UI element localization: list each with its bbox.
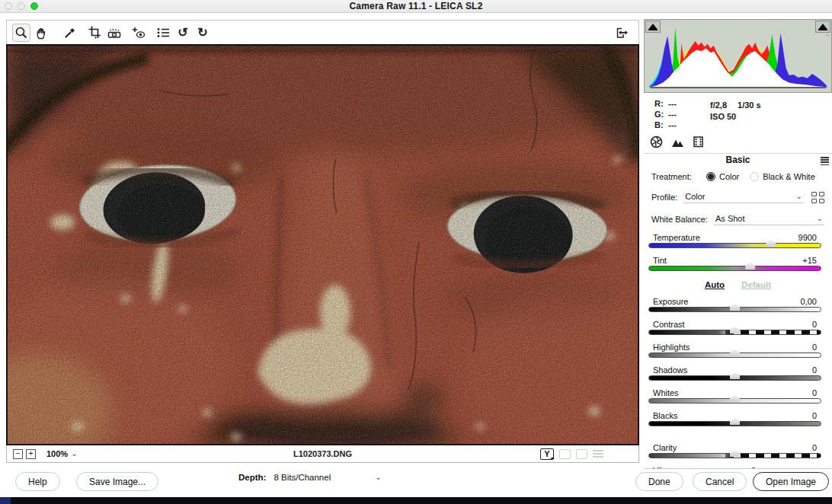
panel-title: Basic [725, 155, 750, 165]
hand-icon [34, 26, 48, 40]
close-window-button[interactable] [5, 2, 12, 10]
slider-value[interactable]: 0 [812, 388, 817, 397]
treatment-color-label: Color [719, 172, 739, 181]
treatment-row: Treatment: Color Black & White [651, 172, 832, 181]
slider-label: Blacks [653, 411, 677, 420]
clarity-slider[interactable] [648, 453, 821, 458]
tint-slider[interactable] [648, 266, 821, 271]
treatment-bw-radio[interactable] [750, 172, 759, 181]
open-image-button[interactable]: Open Image [753, 472, 829, 491]
hand-tool-button[interactable] [32, 24, 50, 42]
default-link: Default [741, 280, 771, 289]
crop-tool-button[interactable] [85, 24, 104, 42]
exposure-slider-row: Exposure0,00 [648, 297, 821, 312]
treatment-bw-label: Black & White [763, 172, 814, 181]
temperature-slider[interactable] [648, 243, 821, 248]
zoom-tool-button[interactable] [12, 24, 30, 42]
chevron-down-icon[interactable]: ⌄ [375, 474, 381, 481]
scroll-up-arrow[interactable]: ⌃ [824, 33, 830, 41]
tint-slider-row: Tint+15 [648, 256, 821, 271]
shot-info: f/2,81/30 s ISO 50 [710, 98, 772, 130]
rotate-left-button[interactable]: ↺ [174, 24, 192, 42]
save-image-button[interactable]: Save Image... [76, 472, 158, 491]
tool-list-button[interactable] [154, 24, 172, 42]
tab-filmstrip[interactable] [693, 136, 704, 151]
exposure-slider[interactable] [648, 307, 821, 312]
tab-aperture[interactable] [650, 136, 663, 152]
slider-label: Highlights [653, 343, 690, 352]
chevron-down-icon[interactable]: ⌄ [71, 450, 77, 458]
slider-value[interactable]: 0 [812, 343, 817, 352]
contrast-slider[interactable] [648, 330, 821, 335]
adjustments-panel: R:--- G:--- B:--- f/2,81/30 s ISO 50 Bas… [644, 19, 832, 463]
shutter-value: 1/30 s [738, 100, 761, 110]
zoom-window-button[interactable] [30, 2, 38, 10]
contrast-slider-row: Contrast0 [648, 320, 821, 335]
eyedropper-icon [63, 26, 77, 40]
auto-link[interactable]: Auto [705, 280, 725, 289]
straighten-tool-button[interactable] [105, 24, 123, 42]
chevron-down-icon: ⌄ [817, 215, 823, 222]
bullet-list-icon [156, 27, 171, 39]
fullscreen-icon [614, 26, 629, 40]
whites-slider-row: Whites0 [648, 388, 821, 404]
g-value: --- [668, 109, 677, 120]
zoom-out-button[interactable]: − [13, 449, 23, 459]
treatment-color-radio[interactable] [706, 172, 715, 181]
slider-value[interactable]: 0 [812, 443, 817, 452]
slider-label: Tint [653, 256, 667, 265]
b-value: --- [668, 120, 677, 130]
depth-select-group: Depth: 8 Bits/Channel ⌄ [238, 473, 382, 482]
profile-value: Color [685, 192, 795, 201]
aperture-value: f/2,8 [710, 100, 727, 110]
slider-label: Exposure [653, 297, 688, 306]
depth-select[interactable]: 8 Bits/Channel [274, 473, 331, 482]
profile-select[interactable]: Color ⌄ [683, 191, 804, 203]
blacks-slider[interactable] [648, 421, 821, 426]
temperature-slider-row: Temperature9900 [648, 233, 821, 248]
slider-value[interactable]: 0 [812, 411, 817, 420]
exif-readout: R:--- G:--- B:--- f/2,81/30 s ISO 50 [644, 98, 832, 130]
profile-browser-button[interactable] [811, 192, 824, 203]
panel-tab-strip [650, 136, 832, 150]
rotate-right-button[interactable]: ↻ [194, 24, 212, 42]
preview-option-disabled-icon [576, 449, 587, 459]
toggle-fullscreen-button[interactable] [613, 24, 631, 42]
red-eye-tool-button[interactable] [130, 24, 148, 42]
done-button[interactable]: Done [635, 472, 683, 491]
slider-value[interactable]: 0 [812, 365, 817, 375]
white-balance-tool-button[interactable] [61, 24, 79, 42]
minimize-window-button[interactable] [18, 2, 25, 10]
zoom-in-button[interactable]: + [26, 449, 36, 459]
filmstrip-icon [693, 136, 704, 148]
tab-detail[interactable] [671, 136, 684, 151]
highlights-slider[interactable] [648, 352, 821, 358]
white-balance-select[interactable]: As Shot ⌄ [714, 213, 824, 225]
whites-slider[interactable] [648, 398, 821, 404]
plus-eye-icon [131, 26, 146, 40]
shadows-slider-row: Shadows0 [648, 365, 821, 381]
preview-settings-disabled-icon [593, 450, 603, 458]
iso-value: ISO 50 [710, 112, 736, 121]
profile-row: Profile: Color ⌄ [651, 191, 824, 203]
level-icon [107, 26, 122, 40]
slider-value[interactable]: +15 [802, 256, 817, 265]
window-title: Camera Raw 11.1 - LEICA SL2 [349, 1, 482, 11]
image-status-bar: − + 100% ⌄ L1020373.DNG Y [6, 445, 639, 463]
slider-value[interactable]: 9900 [798, 233, 817, 242]
zoom-level-select[interactable]: 100% [46, 449, 68, 458]
slider-value[interactable]: 0 [812, 320, 817, 329]
slider-label: Clarity [653, 443, 677, 452]
shadows-slider[interactable] [648, 375, 821, 381]
slider-value[interactable]: 0,00 [801, 297, 817, 306]
cancel-button[interactable]: Cancel [693, 472, 747, 491]
panel-menu-icon[interactable] [821, 157, 829, 165]
mountains-icon [671, 136, 684, 148]
before-after-preview-button[interactable]: Y [540, 448, 554, 460]
slider-label: Temperature [653, 233, 700, 242]
profile-label: Profile: [651, 193, 677, 202]
image-preview[interactable] [6, 44, 639, 445]
slider-label: Whites [653, 388, 679, 397]
help-button[interactable]: Help [15, 472, 60, 491]
preview-option-disabled-icon [559, 449, 571, 459]
